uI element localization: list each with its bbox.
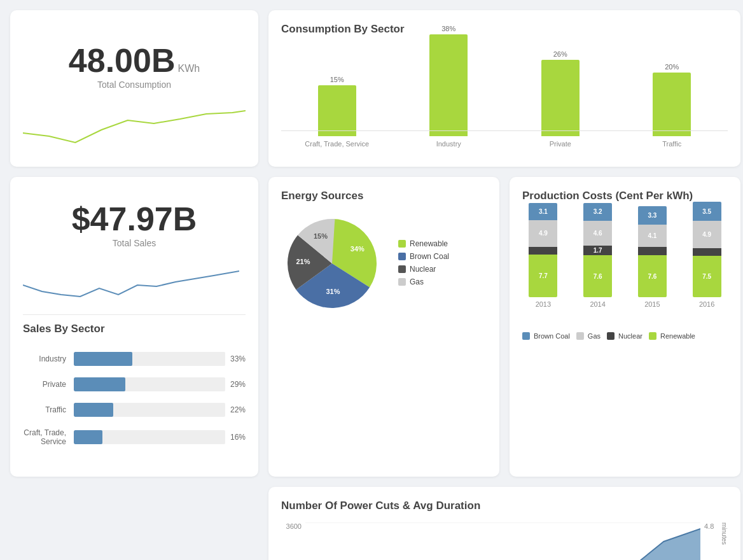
prod-legend-row: Brown Coal	[522, 332, 570, 340]
stack-segment-nuclear	[638, 247, 667, 255]
sector-bar	[429, 34, 468, 136]
middle-right-container: Energy Sources 34%31%21%15% RenewableBro…	[268, 177, 740, 477]
hbar-row: Industry33%	[23, 352, 246, 366]
sector-bar-chart: 15%Craft, Trade, Service38%Industry26%Pr…	[281, 46, 728, 148]
hbar-label: Craft, Trade, Service	[23, 428, 74, 446]
pie-chart-container: 34%31%21%15%	[281, 213, 383, 317]
sales-value: $47.97B	[72, 200, 197, 237]
sector-pct: 15%	[330, 76, 344, 83]
prod-legend-row: Nuclear	[607, 332, 642, 340]
y-left-3: 3600	[281, 522, 302, 530]
sector-bar-group: 20%Traffic	[635, 63, 709, 148]
stack-segment-brownCoal: 3.5	[693, 202, 721, 221]
stack-segment-renewable: 7.5	[693, 256, 721, 297]
stack-segment-brownCoal: 3.2	[583, 203, 612, 221]
stack-segment-gas: 4.9	[693, 221, 721, 248]
production-costs-card: Production Costs (Cent Per kWh) 7.74.93.…	[510, 177, 740, 477]
pie-legend-row: Renewable	[398, 239, 449, 248]
production-costs-title: Production Costs (Cent Per kWh)	[522, 190, 728, 202]
pie-legend-row: Nuclear	[398, 265, 449, 274]
sector-label: Traffic	[662, 140, 681, 148]
prod-year-label: 2015	[644, 300, 660, 308]
hbar-pct: 16%	[230, 433, 246, 442]
hbar-fill	[74, 403, 113, 417]
prod-legend-label: Gas	[588, 332, 601, 340]
consumption-unit: KWh	[178, 63, 200, 74]
prod-legend-row: Renewable	[649, 332, 695, 340]
total-sales-card: $47.97B Total Sales Sales By Sector Indu…	[10, 177, 258, 477]
hbar-pct: 29%	[230, 380, 246, 389]
hbar-label: Industry	[23, 354, 74, 363]
sector-pct: 26%	[553, 50, 567, 58]
sector-label: Craft, Trade, Service	[305, 140, 369, 148]
prod-legend-dot	[576, 332, 584, 340]
pie-legend-row: Brown Coal	[398, 252, 449, 261]
hbar-label: Traffic	[23, 405, 74, 414]
pie-legend-label: Gas	[410, 277, 424, 286]
sector-bar	[318, 85, 356, 136]
sector-label: Industry	[436, 140, 461, 148]
prod-year-group: 7.64.13.32015	[632, 206, 674, 308]
power-cuts-svg	[305, 522, 700, 560]
hbar-fill	[74, 430, 102, 444]
pie-legend-dot	[398, 265, 406, 273]
sales-sparkline	[23, 260, 239, 304]
pie-legend-row: Gas	[398, 277, 449, 286]
prod-costs-chart: 7.74.93.120137.61.74.63.220147.64.13.320…	[522, 213, 728, 327]
prod-legend-dot	[522, 332, 530, 340]
stack-segment-gas: 4.9	[529, 220, 557, 247]
prod-legend-dot	[649, 332, 656, 340]
power-cuts-title: Number Of Power Cuts & Avg Duration	[281, 500, 728, 512]
stacked-bar: 7.54.93.5	[693, 202, 721, 297]
sector-pct: 20%	[665, 63, 679, 71]
prod-legend-row: Gas	[576, 332, 601, 340]
sector-bar-group: 38%Industry	[412, 25, 486, 148]
hbar-track	[74, 352, 225, 366]
consumption-sparkline	[23, 101, 246, 146]
prod-year-group: 7.61.74.63.22014	[577, 203, 619, 308]
stack-segment-renewable: 7.6	[638, 255, 667, 297]
sector-label: Private	[550, 140, 571, 148]
stacked-bar: 7.64.13.3	[638, 206, 667, 297]
pie-label: 15%	[314, 232, 328, 240]
prod-year-group: 7.54.93.52016	[686, 202, 728, 308]
consumption-value-wrapper: 48.00BKWh Total Consumption	[23, 31, 246, 95]
pie-legend: RenewableBrown CoalNuclearGas	[398, 239, 449, 290]
hbar-row: Private29%	[23, 377, 246, 391]
consumption-sector-title: Consumption By Sector	[281, 23, 728, 36]
hbar-pct: 22%	[230, 405, 246, 414]
hbar-track	[74, 377, 225, 391]
consumption-number: 48.00B	[69, 42, 176, 79]
consumption-value: 48.00BKWh	[69, 42, 200, 79]
stack-segment-nuclear	[529, 247, 557, 255]
prod-costs-legend: Brown CoalGasNuclearRenewable	[522, 332, 728, 344]
svg-marker-4	[305, 529, 700, 560]
y-right-unit: minutes	[719, 522, 728, 560]
energy-sources-card: Energy Sources 34%31%21%15% RenewableBro…	[268, 177, 499, 477]
pie-legend-label: Brown Coal	[410, 252, 449, 261]
prod-legend-label: Brown Coal	[534, 332, 570, 340]
prod-legend-dot	[607, 332, 615, 340]
stacked-bar: 7.74.93.1	[529, 203, 557, 297]
prod-year-label: 2013	[536, 300, 551, 308]
stacked-bar: 7.61.74.63.2	[583, 203, 612, 297]
stack-segment-renewable: 7.6	[583, 255, 612, 297]
total-consumption-card: 48.00BKWh Total Consumption	[10, 10, 258, 167]
pie-legend-dot	[398, 240, 406, 248]
pie-legend-label: Renewable	[410, 239, 448, 248]
sector-bar	[541, 60, 580, 136]
stack-segment-nuclear	[693, 248, 721, 256]
y-right-3: 4.8	[704, 522, 719, 530]
hbar-label: Private	[23, 380, 74, 389]
prod-year-label: 2016	[699, 300, 714, 308]
sector-pct: 38%	[441, 25, 455, 32]
stack-segment-gas: 4.1	[638, 225, 667, 248]
hbar-fill	[74, 352, 132, 366]
pie-legend-dot	[398, 278, 406, 286]
prod-legend-label: Renewable	[660, 332, 695, 340]
consumption-label: Total Consumption	[23, 80, 246, 90]
sales-number: $47.97B	[72, 200, 197, 237]
prod-year-group: 7.74.93.12013	[522, 203, 564, 308]
energy-sources-title: Energy Sources	[281, 190, 487, 202]
sales-sector-chart: Industry33%Private29%Traffic22%Craft, Tr…	[23, 346, 246, 464]
